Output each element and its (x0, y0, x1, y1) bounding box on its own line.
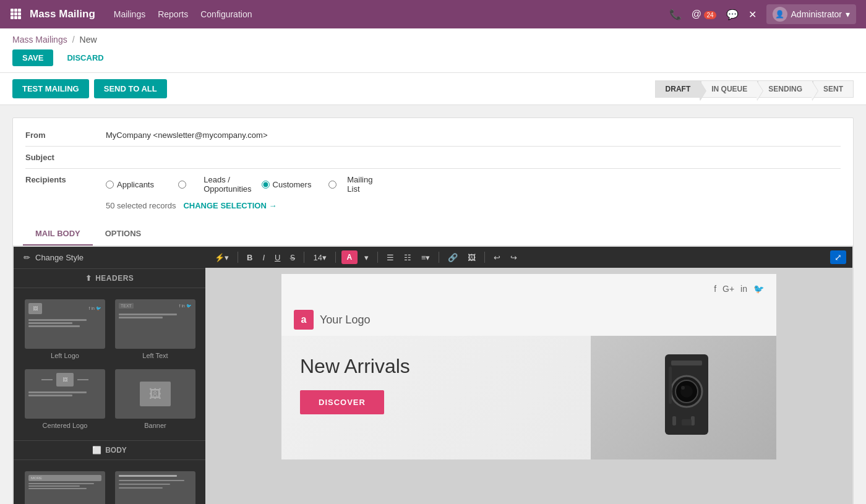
undo-button[interactable]: ↩ (491, 251, 504, 264)
svg-rect-15 (672, 416, 676, 425)
link-button[interactable]: 🔗 (445, 251, 461, 264)
from-input[interactable] (106, 130, 841, 140)
underline-button[interactable]: U (272, 251, 283, 264)
format-dropdown[interactable]: ⚡▾ (212, 251, 232, 264)
tab-options[interactable]: OPTIONS (93, 223, 154, 246)
subject-label: Subject (25, 153, 106, 162)
subject-input[interactable] (106, 153, 841, 162)
radio-group: Applicants Leads / Opportunities Custome… (106, 175, 841, 194)
nav-configuration[interactable]: Configuration (200, 9, 252, 19)
font-color-button[interactable]: A (341, 250, 358, 264)
radio-leads-label: Leads / Opportunities (204, 175, 251, 194)
banner-image (591, 336, 776, 459)
title-subtitle-thumb (115, 471, 195, 504)
subject-value (106, 153, 841, 162)
body-label: Body (105, 446, 127, 455)
expand-button[interactable]: ⤢ (830, 250, 846, 264)
logo-box: a (294, 310, 314, 330)
logo-letter: a (301, 314, 307, 325)
banner-thumb: 🖼 (115, 369, 195, 419)
recipients-label: Recipients (25, 175, 106, 184)
status-sent[interactable]: SENT (813, 80, 854, 98)
breadcrumb: Mass Mailings / New (12, 35, 854, 45)
left-panel: ✏ Change Style ⬆ Headers 🖼 (14, 247, 205, 504)
strikethrough-button[interactable]: S̶ (287, 251, 298, 264)
breadcrumb-sep: / (72, 35, 75, 45)
email-preview: f G+ in 🐦 a Your Logo (281, 274, 776, 459)
grid-icon[interactable] (10, 8, 21, 21)
send-to-all-button[interactable]: SEND TO ALL (94, 79, 167, 98)
svg-rect-1 (14, 9, 17, 12)
preview-area: f G+ in 🐦 a Your Logo (205, 268, 852, 504)
discard-button[interactable]: DISCARD (59, 49, 111, 66)
radio-leads[interactable]: Leads / Opportunities (164, 175, 252, 194)
save-button[interactable]: SAVE (12, 49, 53, 66)
notification-badge: 24 (704, 11, 716, 19)
at-icon[interactable]: @ 24 (692, 9, 716, 20)
toolbar-sep-3 (335, 252, 336, 263)
bullet-list-button[interactable]: ☰ (384, 251, 397, 264)
discover-button[interactable]: DISCOVER (300, 390, 384, 414)
svg-rect-10 (671, 361, 702, 365)
bold-button[interactable]: B (244, 251, 255, 264)
image-button[interactable]: 🖼 (465, 251, 479, 264)
nav-reports[interactable]: Reports (158, 9, 188, 19)
recipients-value: Applicants Leads / Opportunities Custome… (106, 175, 841, 210)
template-centered-logo[interactable]: 🖼 Centered Logo (20, 364, 110, 434)
facebook-icon[interactable]: f (714, 284, 716, 294)
status-inqueue[interactable]: IN QUEUE (701, 80, 758, 98)
change-selection-button[interactable]: CHANGE SELECTION → (183, 201, 277, 210)
records-row: 50 selected records CHANGE SELECTION → (106, 197, 841, 210)
left-logo-thumb: 🖼 fin🐦 (25, 299, 105, 349)
template-left-logo[interactable]: 🖼 fin🐦 (20, 294, 110, 364)
template-banner[interactable]: 🖼 Banner (110, 364, 200, 434)
twitter-icon[interactable]: 🐦 (753, 284, 764, 294)
radio-applicants[interactable]: Applicants (106, 180, 154, 189)
svg-rect-2 (18, 9, 21, 12)
subject-row: Subject (25, 147, 841, 169)
admin-menu[interactable]: 👤 Administrator ▾ (766, 4, 856, 24)
template-title-content[interactable]: MORE Title Content (20, 466, 110, 504)
email-header: f G+ in 🐦 (281, 274, 776, 304)
headers-icon: ⬆ (85, 274, 92, 283)
form-fields: From Subject Recipients Applicants (13, 118, 853, 223)
action-buttons: SAVE DISCARD (12, 49, 854, 72)
align-dropdown[interactable]: ≡▾ (418, 251, 434, 264)
redo-button[interactable]: ↪ (507, 251, 520, 264)
phone-icon[interactable]: 📞 (669, 9, 682, 20)
chat-icon[interactable]: 💬 (726, 9, 739, 20)
svg-rect-8 (18, 16, 21, 19)
pencil-icon: ✏ (24, 253, 30, 262)
status-sending[interactable]: SENDING (758, 80, 813, 98)
template-title-subtitle[interactable]: Title - Subtitle (110, 466, 200, 504)
numbered-list-button[interactable]: ☷ (401, 251, 414, 264)
font-size-dropdown[interactable]: 14▾ (310, 251, 329, 264)
from-label: From (25, 130, 106, 140)
title-content-thumb: MORE (25, 471, 105, 504)
status-draft[interactable]: DRAFT (655, 80, 701, 98)
tab-mail-body[interactable]: MAIL BODY (23, 223, 93, 246)
close-icon[interactable]: ✕ (748, 9, 757, 20)
gplus-icon[interactable]: G+ (722, 284, 734, 294)
admin-chevron: ▾ (846, 9, 850, 19)
banner-title: New Arrivals (300, 354, 572, 378)
italic-button[interactable]: I (259, 251, 268, 264)
breadcrumb-parent[interactable]: Mass Mailings (12, 35, 67, 45)
test-mailing-button[interactable]: TEST MAILING (12, 79, 89, 98)
records-count: 50 selected records (106, 201, 176, 210)
main-content: From Subject Recipients Applicants (0, 105, 866, 504)
change-style-button[interactable]: ✏ Change Style (14, 247, 205, 269)
banner-text: New Arrivals DISCOVER (281, 336, 591, 459)
toolbar-sep-5 (439, 252, 439, 263)
nav-mailings[interactable]: Mailings (114, 9, 145, 19)
svg-rect-7 (14, 16, 17, 19)
change-style-label: Change Style (35, 253, 84, 262)
svg-rect-17 (682, 419, 692, 425)
mail-tabs: MAIL BODY OPTIONS (13, 223, 853, 246)
linkedin-icon[interactable]: in (740, 284, 747, 294)
svg-rect-5 (18, 12, 21, 15)
color-dropdown[interactable]: ▾ (361, 251, 372, 264)
radio-customers[interactable]: Customers (262, 180, 312, 189)
template-left-text[interactable]: TEXT f in 🐦 (110, 294, 200, 364)
radio-mailing-list[interactable]: Mailing List (321, 175, 372, 194)
